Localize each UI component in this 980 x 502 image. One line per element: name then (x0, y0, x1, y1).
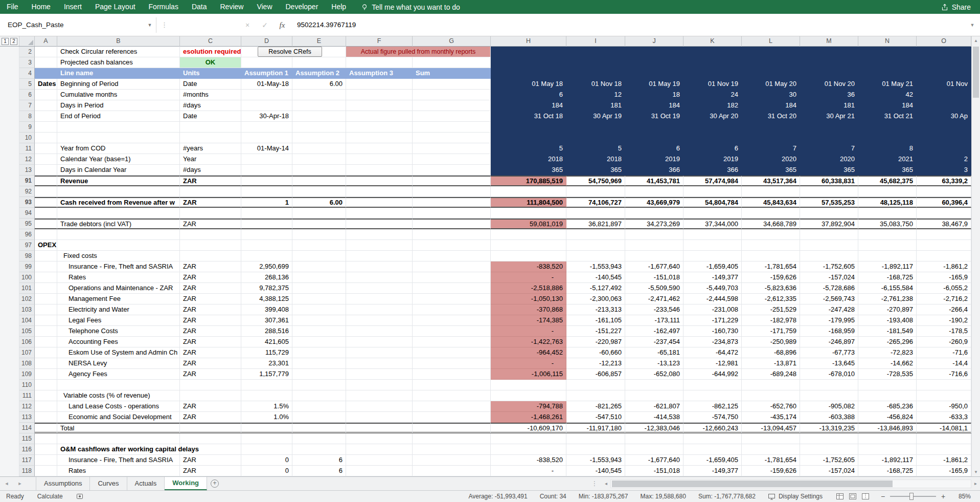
cell-M4[interactable] (800, 68, 858, 79)
cell-I94[interactable] (566, 208, 625, 219)
row-header-98[interactable]: 98 (19, 251, 35, 261)
cell-F10[interactable] (346, 133, 413, 143)
cell-H99[interactable]: -838,520 (491, 261, 566, 272)
cell-C106[interactable]: ZAR (180, 337, 241, 347)
cell-E111[interactable] (292, 390, 346, 401)
cell-N103[interactable]: -270,897 (858, 304, 917, 315)
cell-L97[interactable] (742, 240, 800, 251)
cell-G117[interactable] (413, 455, 491, 466)
cell-L109[interactable]: -689,248 (742, 369, 800, 380)
cell-I100[interactable]: -140,545 (566, 272, 625, 283)
cell-O110[interactable] (917, 380, 971, 390)
cell-H111[interactable] (491, 390, 566, 401)
cell-C105[interactable]: ZAR (180, 326, 241, 337)
cell-K9[interactable] (683, 122, 742, 133)
cell-B99[interactable]: Insurance - Fire, Theft and SASRIA (57, 261, 180, 272)
cell-F2[interactable]: Actual figure pulled from monthly report… (346, 47, 491, 57)
cell-A112[interactable] (35, 401, 57, 412)
cell-D116[interactable] (241, 444, 292, 455)
row-header-113[interactable]: 113 (19, 412, 35, 423)
cell-M91[interactable]: 60,338,831 (800, 176, 858, 186)
row-header-9[interactable]: 9 (19, 122, 35, 133)
cell-F8[interactable] (346, 111, 413, 122)
cell-M93[interactable]: 57,535,253 (800, 197, 858, 208)
cell-B104[interactable]: Legal Fees (57, 315, 180, 326)
row-header-3[interactable]: 3 (19, 57, 35, 68)
row-header-6[interactable]: 6 (19, 90, 35, 100)
cell-G5[interactable] (413, 79, 491, 90)
cell-E5[interactable]: 6.00 (292, 79, 346, 90)
cell-C11[interactable]: #years (180, 143, 241, 154)
cell-D99[interactable]: 2,950,699 (241, 261, 292, 272)
row-header-96[interactable]: 96 (19, 229, 35, 240)
cell-G10[interactable] (413, 133, 491, 143)
enter-button[interactable]: ✓ (256, 17, 274, 33)
cell-F5[interactable] (346, 79, 413, 90)
cell-B113[interactable]: Economic and Social Development (57, 412, 180, 423)
cell-J11[interactable]: 6 (625, 143, 683, 154)
cell-G114[interactable] (413, 423, 491, 433)
cell-E112[interactable] (292, 401, 346, 412)
cell-L12[interactable]: 2020 (742, 154, 800, 165)
cell-C101[interactable]: ZAR (180, 283, 241, 294)
cell-L92[interactable] (742, 186, 800, 197)
cell-J116[interactable] (625, 444, 683, 455)
cell-N105[interactable]: -181,549 (858, 326, 917, 337)
row-header-97[interactable]: 97 (19, 240, 35, 251)
cell-I112[interactable]: -821,265 (566, 401, 625, 412)
cell-I98[interactable] (566, 251, 625, 261)
cell-M104[interactable]: -179,995 (800, 315, 858, 326)
cell-O97[interactable] (917, 240, 971, 251)
cell-C6[interactable]: #months (180, 90, 241, 100)
cell-N11[interactable]: 8 (858, 143, 917, 154)
cell-D8[interactable]: 30-Apr-18 (241, 111, 292, 122)
cell-M11[interactable]: 7 (800, 143, 858, 154)
cell-M100[interactable]: -157,024 (800, 272, 858, 283)
cell-M105[interactable]: -168,959 (800, 326, 858, 337)
cell-D110[interactable] (241, 380, 292, 390)
cell-I11[interactable]: 5 (566, 143, 625, 154)
cell-M98[interactable] (800, 251, 858, 261)
cell-M102[interactable]: -2,569,743 (800, 294, 858, 304)
cell-D118[interactable]: 0 (241, 466, 292, 476)
cell-J3[interactable] (625, 57, 683, 68)
outline-level-2-button[interactable]: 2 (10, 38, 17, 45)
cell-O91[interactable]: 63,339,2 (917, 176, 971, 186)
cell-E13[interactable] (292, 165, 346, 176)
ribbon-tab-data[interactable]: Data (185, 0, 214, 14)
cell-O9[interactable] (917, 122, 971, 133)
row-header-112[interactable]: 112 (19, 401, 35, 412)
cell-G11[interactable] (413, 143, 491, 154)
cell-A93[interactable] (35, 197, 57, 208)
row-header-118[interactable]: 118 (19, 466, 35, 476)
cell-G3[interactable] (413, 57, 491, 68)
cell-F111[interactable] (346, 390, 413, 401)
cell-H103[interactable]: -370,868 (491, 304, 566, 315)
cell-E116[interactable] (292, 444, 346, 455)
cell-A118[interactable] (35, 466, 57, 476)
cell-A12[interactable] (35, 154, 57, 165)
cell-K12[interactable]: 2019 (683, 154, 742, 165)
display-settings-button[interactable]: Display Settings (768, 493, 823, 500)
cell-I106[interactable]: -220,987 (566, 337, 625, 347)
cell-G111[interactable] (413, 390, 491, 401)
cell-G96[interactable] (413, 229, 491, 240)
cell-B112[interactable]: Land Lease Costs - operations (57, 401, 180, 412)
cell-K91[interactable]: 57,474,984 (683, 176, 742, 186)
row-header-99[interactable]: 99 (19, 261, 35, 272)
ribbon-tab-developer[interactable]: Developer (279, 0, 325, 14)
cell-H113[interactable]: -1,468,261 (491, 412, 566, 423)
cell-A94[interactable] (35, 208, 57, 219)
cell-C100[interactable]: ZAR (180, 272, 241, 283)
cell-J105[interactable]: -162,497 (625, 326, 683, 337)
cell-D106[interactable]: 421,605 (241, 337, 292, 347)
cell-H94[interactable] (491, 208, 566, 219)
cell-L113[interactable]: -435,174 (742, 412, 800, 423)
cell-J111[interactable] (625, 390, 683, 401)
cell-I114[interactable]: -11,917,180 (566, 423, 625, 433)
cell-E8[interactable] (292, 111, 346, 122)
cell-H7[interactable]: 184 (491, 100, 566, 111)
column-header-A[interactable]: A (35, 36, 57, 47)
cell-C4[interactable]: Units (180, 68, 241, 79)
cell-N114[interactable]: -13,846,893 (858, 423, 917, 433)
